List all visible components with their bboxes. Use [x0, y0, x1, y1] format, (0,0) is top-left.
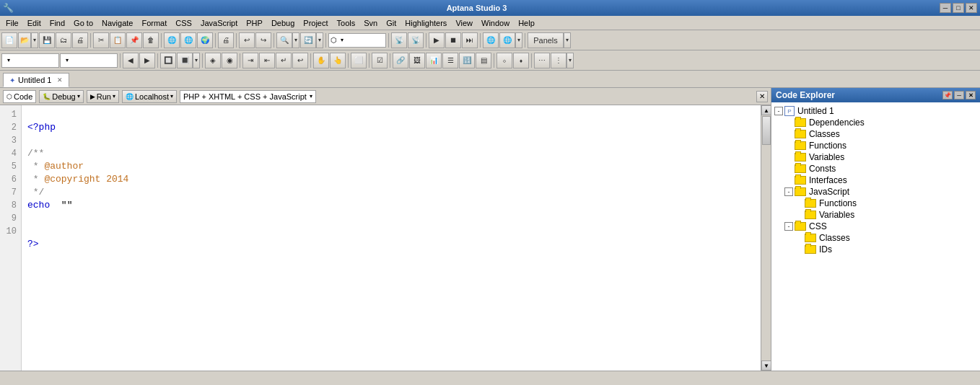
- toggle-untitled1[interactable]: -: [774, 107, 783, 115]
- menu-goto[interactable]: Go to: [69, 17, 97, 29]
- more2-arrow[interactable]: ▾: [566, 53, 574, 68]
- context-dropdown2[interactable]: ▾: [60, 53, 118, 68]
- tree-item-js-variables[interactable]: Variables: [771, 209, 980, 221]
- check-btn[interactable]: ☑: [372, 53, 388, 68]
- undo-btn[interactable]: ↩: [239, 32, 255, 48]
- align-btn[interactable]: ▤: [476, 53, 491, 68]
- menu-window[interactable]: Window: [477, 17, 514, 29]
- tree-item-interfaces[interactable]: Interfaces: [771, 174, 980, 186]
- browser-btn2[interactable]: 🌐: [499, 32, 515, 48]
- vertical-scrollbar[interactable]: ▲ ▼: [761, 105, 771, 371]
- menu-svn[interactable]: Svn: [359, 17, 382, 29]
- open-arrow[interactable]: ▾: [31, 32, 38, 48]
- img-btn[interactable]: 🖼: [409, 53, 425, 68]
- wrap-btn[interactable]: ↵: [276, 53, 292, 68]
- globe-btn[interactable]: 🌐: [164, 32, 180, 48]
- panel-minimize-btn[interactable]: ─: [954, 91, 964, 99]
- tree-item-untitled1[interactable]: - P Untitled 1: [771, 105, 980, 117]
- tree-item-css-ids[interactable]: IDs: [771, 244, 980, 255]
- menu-find[interactable]: Find: [45, 17, 69, 29]
- new-file-btn[interactable]: 📄: [1, 32, 17, 48]
- action-btn1[interactable]: ◈: [205, 53, 221, 68]
- delete-btn[interactable]: 🗑: [143, 32, 159, 48]
- search-btn[interactable]: 🔍: [276, 32, 292, 48]
- toggle-css[interactable]: -: [784, 222, 793, 231]
- tab-close-icon[interactable]: ✕: [57, 76, 63, 84]
- back-btn[interactable]: ◀: [123, 53, 139, 68]
- panels-arrow[interactable]: ▾: [564, 32, 571, 48]
- list-btn[interactable]: ☰: [442, 53, 458, 68]
- debug-stop-btn[interactable]: ⏹: [445, 32, 461, 48]
- ftp2-btn[interactable]: 📡: [408, 32, 424, 48]
- replace-btn[interactable]: 🔄: [300, 32, 316, 48]
- menu-navigate[interactable]: Navigate: [97, 17, 137, 29]
- globe2-btn[interactable]: 🌐: [180, 32, 196, 48]
- toggle-javascript[interactable]: -: [784, 187, 793, 196]
- menu-debug[interactable]: Debug: [267, 17, 299, 29]
- hand2-btn[interactable]: 👆: [330, 53, 346, 68]
- tree-item-functions[interactable]: Functions: [771, 140, 980, 151]
- menu-view[interactable]: View: [451, 17, 477, 29]
- snippet-btn[interactable]: ⬦: [496, 53, 512, 68]
- zoom-btn[interactable]: 🔳: [177, 53, 193, 68]
- indent-btn[interactable]: ⇥: [242, 53, 258, 68]
- tree-item-classes[interactable]: Classes: [771, 128, 980, 140]
- code-content[interactable]: <?php /** * @author * @copyright 2014 */…: [22, 105, 761, 371]
- code-editor[interactable]: 1 2 3 4 5 6 7 8 9 10 <?php /** * @author…: [0, 105, 761, 371]
- minimize-button[interactable]: ─: [940, 3, 951, 13]
- save-btn[interactable]: 💾: [39, 32, 55, 48]
- tree-item-css-classes[interactable]: Classes: [771, 232, 980, 244]
- localhost-view-btn[interactable]: 🌐 Localhost ▾: [122, 90, 177, 103]
- tree-item-css[interactable]: - CSS: [771, 221, 980, 232]
- menu-file[interactable]: File: [1, 17, 23, 29]
- menu-javascript[interactable]: JavaScript: [196, 17, 242, 29]
- forward-btn[interactable]: ▶: [139, 53, 155, 68]
- cut-btn[interactable]: ✂: [93, 32, 109, 48]
- scroll-up-btn[interactable]: ▲: [761, 105, 771, 115]
- print-btn[interactable]: 🖨: [72, 32, 88, 48]
- ordered-list-btn[interactable]: 🔢: [459, 53, 475, 68]
- tab-untitled1[interactable]: ✦ Untitled 1 ✕: [3, 73, 69, 87]
- ftp-btn[interactable]: 📡: [391, 32, 407, 48]
- search-arrow[interactable]: ▾: [292, 32, 299, 48]
- debug-start-btn[interactable]: ▶: [429, 32, 445, 48]
- menu-css[interactable]: CSS: [171, 17, 196, 29]
- more-btn[interactable]: ⋯: [534, 53, 550, 68]
- action-btn2[interactable]: ◉: [222, 53, 237, 68]
- open-btn[interactable]: 📂: [18, 32, 31, 48]
- globe3-btn[interactable]: 🌍: [197, 32, 213, 48]
- browser-arrow[interactable]: ▾: [515, 32, 522, 48]
- toggle-btn[interactable]: ⬜: [351, 53, 367, 68]
- table-btn[interactable]: 📊: [426, 53, 442, 68]
- scroll-down-btn[interactable]: ▼: [761, 360, 771, 371]
- replace-arrow[interactable]: ▾: [316, 32, 323, 48]
- menu-help[interactable]: Help: [514, 17, 539, 29]
- debug-step-btn[interactable]: ⏭: [462, 32, 478, 48]
- copy-btn[interactable]: 📋: [110, 32, 126, 48]
- zoom-in-btn[interactable]: 🔲: [160, 53, 176, 68]
- menu-edit[interactable]: Edit: [23, 17, 45, 29]
- panel-close-btn[interactable]: ✕: [966, 91, 976, 99]
- maximize-button[interactable]: □: [953, 3, 964, 13]
- save-all-btn[interactable]: 🗂: [56, 32, 71, 48]
- tree-item-dependencies[interactable]: Dependencies: [771, 117, 980, 128]
- menu-tools[interactable]: Tools: [333, 17, 360, 29]
- hand-btn[interactable]: ✋: [313, 53, 329, 68]
- redo-btn[interactable]: ↪: [255, 32, 271, 48]
- menu-highlighters[interactable]: Highlighters: [401, 17, 451, 29]
- menu-project[interactable]: Project: [299, 17, 332, 29]
- scroll-thumb[interactable]: [762, 116, 771, 145]
- tree-item-consts[interactable]: Consts: [771, 163, 980, 174]
- tree-item-variables[interactable]: Variables: [771, 151, 980, 163]
- tree-item-javascript[interactable]: - JavaScript: [771, 186, 980, 198]
- branch-dropdown[interactable]: ⬡ ▾: [328, 33, 386, 48]
- panel-pin-btn[interactable]: 📌: [942, 91, 953, 99]
- context-dropdown1[interactable]: ▾: [1, 53, 59, 68]
- outdent-btn[interactable]: ⇤: [259, 53, 275, 68]
- panels-btn[interactable]: Panels: [528, 32, 564, 48]
- link-btn[interactable]: 🔗: [393, 53, 408, 68]
- more2-btn[interactable]: ⋮: [551, 53, 566, 68]
- browser-btn[interactable]: 🌐: [483, 32, 499, 48]
- paste-btn[interactable]: 📌: [126, 32, 142, 48]
- close-panel-btn[interactable]: ✕: [756, 91, 768, 102]
